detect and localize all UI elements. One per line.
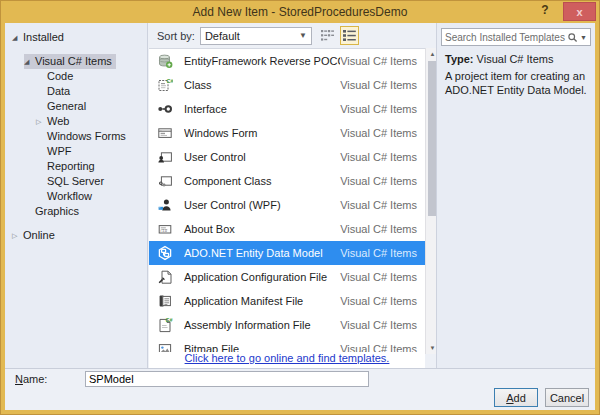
svg-text:C#: C# [166,317,173,323]
template-type: Visual C# Items [340,127,417,139]
template-name: Application Configuration File [184,271,340,283]
template-type: Visual C# Items [340,295,417,307]
template-type: Visual C# Items [340,103,417,115]
cancel-button[interactable]: Cancel [545,388,589,407]
search-scope-chevron-icon[interactable]: ▼ [580,34,587,41]
template-type: Visual C# Items [340,151,417,163]
search-box[interactable]: ▼ [441,28,591,46]
template-type: Visual C# Items [340,247,417,259]
search-icon [567,32,578,43]
sort-dropdown[interactable]: Default ▼ [200,27,312,45]
sidebar-item-label: General [47,100,86,112]
add-new-item-dialog: Add New Item - StoredProceduresDemo ? x … [0,0,600,415]
small-icons-view-icon [321,30,334,41]
sidebar-item-label: Online [23,229,55,241]
sidebar-item-label: Reporting [47,160,95,172]
template-type: Visual C# Items [340,271,417,283]
sort-by-label: Sort by: [157,30,195,42]
app-manifest-icon [157,293,173,309]
sidebar-item-label: SQL Server [47,175,104,187]
template-row-application-configuration-file[interactable]: Application Configuration FileVisual C# … [149,265,425,289]
titlebar[interactable]: Add New Item - StoredProceduresDemo ? x [1,1,599,23]
sidebar-item-installed[interactable]: ◢Installed [5,30,147,45]
sidebar-item-code[interactable]: Code [5,69,147,84]
template-name: About Box [184,223,340,235]
tree-collapsed-icon[interactable]: ▷ [12,228,23,243]
assembly-info-icon: C# [157,317,173,333]
small-icons-view-button[interactable] [318,26,337,45]
template-row-application-manifest-file[interactable]: Application Manifest FileVisual C# Items [149,289,425,313]
template-row-interface[interactable]: InterfaceVisual C# Items [149,97,425,121]
template-row-user-control-wpf[interactable]: User Control (WPF)Visual C# Items [149,193,425,217]
sidebar-item-visual-c-items[interactable]: ◢Visual C# Items [5,54,147,69]
database-generator-icon [157,53,173,69]
sidebar-item-web[interactable]: ▷Web [5,114,147,129]
template-row-entityframework-reverse-poco-code-first-generator[interactable]: EntityFramework Reverse POCO Code First … [149,49,425,73]
template-type: Visual C# Items [340,199,417,211]
link-row: Click here to go online and find templat… [149,352,425,368]
close-button[interactable]: x [563,2,596,21]
template-type: Visual C# Items [340,175,417,187]
sidebar-item-windows-forms[interactable]: Windows Forms [5,129,147,144]
sidebar-item-workflow[interactable]: Workflow [5,189,147,204]
help-button[interactable]: ? [537,3,553,20]
tree-expanded-icon[interactable]: ◢ [12,30,23,45]
template-row-windows-form[interactable]: Windows FormVisual C# Items [149,121,425,145]
search-input[interactable] [445,32,567,43]
template-row-about-box[interactable]: i 1.0About BoxVisual C# Items [149,217,425,241]
details-panel: ▼ Type: Visual C# Items A project item f… [436,23,595,368]
type-row: Type: Visual C# Items [445,53,590,65]
sidebar-item-label: Installed [23,31,64,43]
user-control-icon [157,149,173,165]
template-row-assembly-information-file[interactable]: C#Assembly Information FileVisual C# Ite… [149,313,425,337]
template-type: Visual C# Items [340,223,417,235]
add-button[interactable]: Add [494,388,538,407]
entity-model-icon [157,245,173,261]
sidebar-item-label: Windows Forms [47,130,126,142]
sidebar-item-label: WPF [47,145,71,157]
type-label: Type: [445,53,474,65]
template-list: EntityFramework Reverse POCO Code First … [149,48,425,354]
sidebar-item-sql-server[interactable]: SQL Server [5,174,147,189]
sidebar-item-general[interactable]: General [5,99,147,114]
sidebar-item-online[interactable]: ▷Online [5,228,147,243]
template-row-ado-net-entity-data-model[interactable]: ADO.NET Entity Data ModelVisual C# Items [149,241,425,265]
sidebar-item-reporting[interactable]: Reporting [5,159,147,174]
template-row-component-class[interactable]: Component ClassVisual C# Items [149,169,425,193]
template-name: ADO.NET Entity Data Model [184,247,340,259]
template-name: Class [184,79,340,91]
tree-collapsed-icon[interactable]: ▷ [36,114,47,129]
template-row-user-control[interactable]: User ControlVisual C# Items [149,145,425,169]
list-toolbar: Sort by: Default ▼ [149,23,438,48]
svg-text:i 1.0: i 1.0 [161,229,168,233]
list-view-icon [343,30,356,41]
template-name: Windows Form [184,127,340,139]
name-input[interactable] [85,371,369,387]
template-name: Application Manifest File [184,295,340,307]
dialog-title: Add New Item - StoredProceduresDemo [193,5,408,19]
component-class-icon [157,173,173,189]
view-toggle-group [318,26,359,45]
go-online-link[interactable]: Click here to go online and find templat… [185,352,390,364]
list-view-button[interactable] [340,26,359,45]
tree-expanded-icon[interactable]: ◢ [24,54,35,69]
name-label: Name: [15,373,47,385]
interface-icon [157,101,173,117]
sidebar-item-wpf[interactable]: WPF [5,144,147,159]
sidebar-item-label: Graphics [35,205,79,217]
svg-text:C#: C# [166,78,173,84]
template-type: Visual C# Items [340,319,417,331]
middle-column: Sort by: Default ▼ [149,23,438,368]
sidebar-item-graphics[interactable]: Graphics [5,204,147,219]
template-row-class[interactable]: C#ClassVisual C# Items [149,73,425,97]
button-row: Add Cancel [494,388,589,407]
template-name: User Control (WPF) [184,199,340,211]
sidebar-item-data[interactable]: Data [5,84,147,99]
chevron-down-icon: ▼ [299,31,307,40]
sidebar-item-label: Web [47,115,69,127]
sidebar-tree: ◢Installed◢Visual C# ItemsCodeDataGenera… [5,23,148,368]
sort-dropdown-value: Default [205,30,240,42]
template-name: Component Class [184,175,340,187]
sidebar-item-label: Visual C# Items [35,55,112,67]
user-control-wpf-icon [157,197,173,213]
